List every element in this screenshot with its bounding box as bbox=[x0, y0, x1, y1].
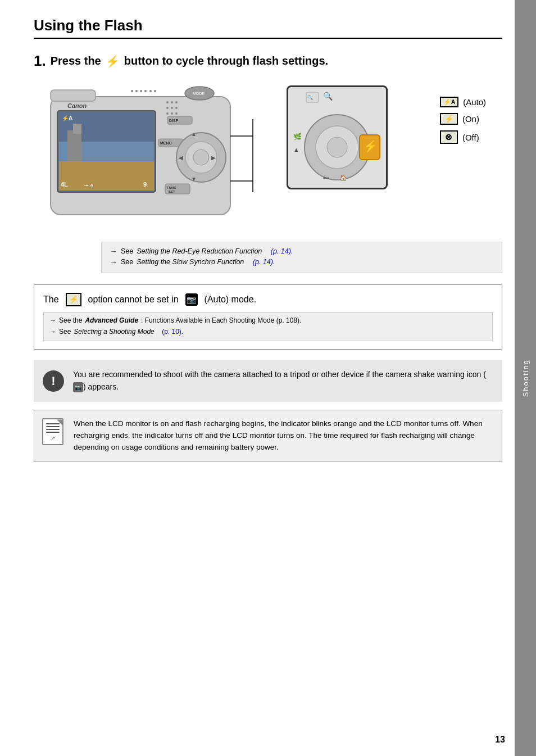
ref1-link: (p. 14). bbox=[271, 247, 293, 255]
ref2-italic: Setting the Slow Synchro Function bbox=[137, 258, 244, 266]
svg-point-54 bbox=[327, 137, 347, 157]
svg-text:⚡: ⚡ bbox=[364, 139, 378, 153]
info-box: ↗ When the LCD monitor is on and flash r… bbox=[34, 410, 502, 462]
svg-point-42 bbox=[175, 107, 178, 109]
sub-ref1-italic: Advanced Guide bbox=[85, 315, 138, 325]
svg-point-33 bbox=[140, 90, 142, 92]
sub-ref2-link: (p. 10). bbox=[162, 327, 183, 337]
svg-point-45 bbox=[175, 112, 178, 115]
ref2-prefix: See bbox=[121, 258, 133, 266]
svg-point-34 bbox=[144, 90, 147, 92]
svg-text:DISP: DISP bbox=[169, 119, 179, 123]
svg-text:9: 9 bbox=[143, 181, 147, 188]
flash-options: ⚡A (Auto) ⚡ (On) ⊗ (Off) bbox=[440, 97, 486, 144]
info-line-3 bbox=[46, 429, 60, 430]
camera-svg: ⚡A 9 4L ▪▪▪ 🏠 Canon DISP MENU bbox=[34, 80, 287, 232]
sub-ref2-italic: Selecting a Shooting Mode bbox=[74, 327, 154, 337]
sub-ref2-arrow: → bbox=[49, 327, 56, 337]
warning-icon: ! bbox=[43, 370, 64, 392]
page-number: 13 bbox=[495, 735, 505, 745]
svg-point-40 bbox=[166, 107, 169, 109]
camera-area: ⚡A 9 4L ▪▪▪ 🏠 Canon DISP MENU bbox=[34, 80, 502, 234]
note-mode-icon: 📷 bbox=[185, 293, 198, 306]
svg-point-31 bbox=[131, 90, 133, 92]
flash-option-on: ⚡ (On) bbox=[440, 113, 486, 125]
ref1-arrow: → bbox=[110, 247, 117, 256]
svg-point-39 bbox=[175, 101, 178, 103]
svg-text:SET: SET bbox=[169, 190, 175, 193]
svg-text:MENU: MENU bbox=[160, 141, 172, 145]
flash-off-label: (Off) bbox=[462, 133, 479, 142]
svg-text:▶: ▶ bbox=[211, 155, 216, 161]
svg-text:MODE: MODE bbox=[193, 92, 205, 96]
flash-button-icon: ⚡ bbox=[106, 55, 120, 68]
svg-point-38 bbox=[171, 101, 173, 103]
flash-option-auto: ⚡A (Auto) bbox=[440, 97, 486, 107]
svg-rect-8 bbox=[67, 130, 81, 161]
info-text: When the LCD monitor is on and flash rec… bbox=[74, 418, 493, 454]
step-number: 1. bbox=[34, 52, 46, 70]
svg-point-41 bbox=[171, 107, 173, 109]
svg-text:▪▪▪: ▪▪▪ bbox=[323, 175, 329, 181]
info-line-1 bbox=[46, 423, 60, 424]
page-title: Using the Flash bbox=[34, 17, 502, 39]
info-icon: ↗ bbox=[42, 418, 63, 445]
sub-ref1-arrow: → bbox=[49, 315, 56, 325]
svg-point-21 bbox=[193, 150, 209, 165]
ref2-link: (p. 14). bbox=[253, 258, 275, 266]
shake-icon: 📷 bbox=[73, 382, 83, 392]
svg-text:🔍: 🔍 bbox=[307, 94, 313, 100]
svg-text:▲: ▲ bbox=[293, 146, 299, 153]
camera-illustration: ⚡A 9 4L ▪▪▪ 🏠 Canon DISP MENU bbox=[34, 80, 287, 234]
info-line-4 bbox=[46, 432, 60, 433]
svg-point-44 bbox=[171, 112, 173, 115]
flash-button-closeup: 🔍 🔍 ⚡ 🌿 ▲ ▪▪▪ 🏠 bbox=[287, 85, 388, 189]
ref1-italic: Setting the Red-Eye Reduction Function bbox=[137, 247, 262, 255]
flash-auto-label: (Auto) bbox=[463, 97, 486, 107]
note-sub-refs: → See the Advanced Guide : Functions Ava… bbox=[43, 312, 493, 341]
reference-row-2: → See Setting the Slow Synchro Function … bbox=[110, 257, 494, 266]
note-sub-ref-2: → See Selecting a Shooting Mode (p. 10). bbox=[49, 327, 487, 337]
ref1-prefix: See bbox=[121, 247, 133, 255]
note-sub-ref-1: → See the Advanced Guide : Functions Ava… bbox=[49, 315, 487, 325]
svg-text:Canon: Canon bbox=[67, 102, 87, 109]
note-mode-label: (Auto) mode. bbox=[205, 293, 256, 306]
svg-text:▼: ▼ bbox=[191, 176, 197, 182]
step1-heading: 1. Press the ⚡ button to cycle through f… bbox=[34, 52, 502, 70]
note-middle: option cannot be set in bbox=[88, 293, 179, 306]
svg-text:🔍: 🔍 bbox=[323, 92, 333, 101]
svg-point-36 bbox=[154, 90, 156, 92]
info-icon-lines bbox=[46, 423, 60, 433]
info-icon-arrow: ↗ bbox=[51, 434, 55, 443]
svg-point-37 bbox=[166, 101, 169, 103]
page-container: Shooting 13 Using the Flash 1. Press the… bbox=[0, 0, 536, 756]
step-text-after: button to cycle through flash settings. bbox=[124, 55, 328, 67]
note-box: The ⚡ option cannot be set in 📷 (Auto) m… bbox=[34, 284, 502, 350]
svg-text:🌿: 🌿 bbox=[293, 132, 302, 141]
note-intro: The bbox=[43, 293, 59, 306]
flash-on-label: (On) bbox=[462, 114, 479, 124]
control-ring-closeup: 🔍 🔍 ⚡ 🌿 ▲ ▪▪▪ 🏠 bbox=[292, 91, 382, 184]
right-sidebar: Shooting bbox=[515, 0, 536, 756]
sub-ref1-rest: : Functions Available in Each Shooting M… bbox=[141, 315, 301, 325]
references-box: → See Setting the Red-Eye Reduction Func… bbox=[101, 242, 502, 273]
sub-ref2-text: See bbox=[59, 327, 71, 337]
note-box-title: The ⚡ option cannot be set in 📷 (Auto) m… bbox=[43, 293, 493, 306]
ref2-arrow: → bbox=[110, 257, 117, 266]
svg-text:◀: ◀ bbox=[179, 155, 183, 161]
svg-text:▪▪▪ 🏠: ▪▪▪ 🏠 bbox=[84, 183, 94, 188]
reference-row-1: → See Setting the Red-Eye Reduction Func… bbox=[110, 247, 494, 256]
svg-text:⚡A: ⚡A bbox=[62, 115, 72, 122]
sidebar-label: Shooting bbox=[521, 359, 530, 397]
warning-box: ! You are recommended to shoot with the … bbox=[34, 360, 502, 402]
svg-rect-6 bbox=[59, 159, 154, 191]
svg-text:FUNC: FUNC bbox=[167, 186, 176, 189]
info-line-2 bbox=[46, 426, 60, 427]
svg-rect-1 bbox=[51, 90, 96, 101]
flash-option-off: ⊗ (Off) bbox=[440, 130, 486, 144]
warning-text: You are recommended to shoot with the ca… bbox=[73, 369, 493, 393]
svg-text:▲: ▲ bbox=[191, 131, 197, 137]
step-text-before: Press the bbox=[51, 55, 101, 67]
sub-ref1-text: See the bbox=[59, 315, 82, 325]
svg-text:4L: 4L bbox=[61, 181, 68, 188]
